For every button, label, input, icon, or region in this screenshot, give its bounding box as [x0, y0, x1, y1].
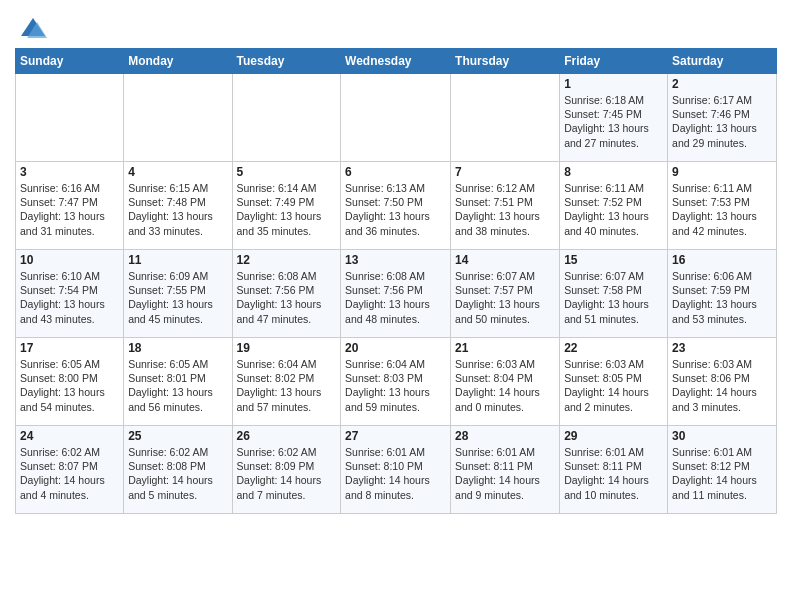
- calendar-cell: 15Sunrise: 6:07 AM Sunset: 7:58 PM Dayli…: [560, 250, 668, 338]
- calendar-cell: 16Sunrise: 6:06 AM Sunset: 7:59 PM Dayli…: [668, 250, 777, 338]
- day-number: 13: [345, 253, 446, 267]
- weekday-header-monday: Monday: [124, 49, 232, 74]
- weekday-header-thursday: Thursday: [451, 49, 560, 74]
- calendar-cell: 20Sunrise: 6:04 AM Sunset: 8:03 PM Dayli…: [341, 338, 451, 426]
- calendar-cell: 17Sunrise: 6:05 AM Sunset: 8:00 PM Dayli…: [16, 338, 124, 426]
- day-number: 6: [345, 165, 446, 179]
- day-number: 28: [455, 429, 555, 443]
- day-number: 5: [237, 165, 337, 179]
- calendar-cell: 29Sunrise: 6:01 AM Sunset: 8:11 PM Dayli…: [560, 426, 668, 514]
- calendar-cell: 19Sunrise: 6:04 AM Sunset: 8:02 PM Dayli…: [232, 338, 341, 426]
- day-info: Sunrise: 6:04 AM Sunset: 8:02 PM Dayligh…: [237, 357, 337, 414]
- day-number: 20: [345, 341, 446, 355]
- day-info: Sunrise: 6:01 AM Sunset: 8:10 PM Dayligh…: [345, 445, 446, 502]
- day-info: Sunrise: 6:01 AM Sunset: 8:12 PM Dayligh…: [672, 445, 772, 502]
- weekday-header-wednesday: Wednesday: [341, 49, 451, 74]
- calendar-cell: 28Sunrise: 6:01 AM Sunset: 8:11 PM Dayli…: [451, 426, 560, 514]
- day-info: Sunrise: 6:07 AM Sunset: 7:57 PM Dayligh…: [455, 269, 555, 326]
- calendar-cell: 18Sunrise: 6:05 AM Sunset: 8:01 PM Dayli…: [124, 338, 232, 426]
- calendar-table: SundayMondayTuesdayWednesdayThursdayFrid…: [15, 48, 777, 514]
- calendar-cell: 9Sunrise: 6:11 AM Sunset: 7:53 PM Daylig…: [668, 162, 777, 250]
- calendar-cell: 21Sunrise: 6:03 AM Sunset: 8:04 PM Dayli…: [451, 338, 560, 426]
- day-info: Sunrise: 6:02 AM Sunset: 8:07 PM Dayligh…: [20, 445, 119, 502]
- weekday-header-saturday: Saturday: [668, 49, 777, 74]
- weekday-header-friday: Friday: [560, 49, 668, 74]
- day-number: 1: [564, 77, 663, 91]
- day-number: 22: [564, 341, 663, 355]
- day-number: 26: [237, 429, 337, 443]
- day-number: 29: [564, 429, 663, 443]
- day-number: 16: [672, 253, 772, 267]
- day-number: 27: [345, 429, 446, 443]
- weekday-header-row: SundayMondayTuesdayWednesdayThursdayFrid…: [16, 49, 777, 74]
- day-number: 25: [128, 429, 227, 443]
- calendar-cell: 5Sunrise: 6:14 AM Sunset: 7:49 PM Daylig…: [232, 162, 341, 250]
- calendar-cell: 11Sunrise: 6:09 AM Sunset: 7:55 PM Dayli…: [124, 250, 232, 338]
- calendar-row-4: 24Sunrise: 6:02 AM Sunset: 8:07 PM Dayli…: [16, 426, 777, 514]
- day-info: Sunrise: 6:08 AM Sunset: 7:56 PM Dayligh…: [237, 269, 337, 326]
- calendar-cell: 4Sunrise: 6:15 AM Sunset: 7:48 PM Daylig…: [124, 162, 232, 250]
- calendar-cell: 14Sunrise: 6:07 AM Sunset: 7:57 PM Dayli…: [451, 250, 560, 338]
- day-info: Sunrise: 6:06 AM Sunset: 7:59 PM Dayligh…: [672, 269, 772, 326]
- day-info: Sunrise: 6:02 AM Sunset: 8:09 PM Dayligh…: [237, 445, 337, 502]
- calendar-body: 1Sunrise: 6:18 AM Sunset: 7:45 PM Daylig…: [16, 74, 777, 514]
- day-number: 9: [672, 165, 772, 179]
- day-info: Sunrise: 6:04 AM Sunset: 8:03 PM Dayligh…: [345, 357, 446, 414]
- day-number: 23: [672, 341, 772, 355]
- calendar-cell: 30Sunrise: 6:01 AM Sunset: 8:12 PM Dayli…: [668, 426, 777, 514]
- day-number: 8: [564, 165, 663, 179]
- calendar-cell: 22Sunrise: 6:03 AM Sunset: 8:05 PM Dayli…: [560, 338, 668, 426]
- day-info: Sunrise: 6:01 AM Sunset: 8:11 PM Dayligh…: [455, 445, 555, 502]
- day-info: Sunrise: 6:10 AM Sunset: 7:54 PM Dayligh…: [20, 269, 119, 326]
- calendar-row-2: 10Sunrise: 6:10 AM Sunset: 7:54 PM Dayli…: [16, 250, 777, 338]
- day-number: 17: [20, 341, 119, 355]
- day-info: Sunrise: 6:11 AM Sunset: 7:52 PM Dayligh…: [564, 181, 663, 238]
- calendar-row-3: 17Sunrise: 6:05 AM Sunset: 8:00 PM Dayli…: [16, 338, 777, 426]
- calendar-cell: 24Sunrise: 6:02 AM Sunset: 8:07 PM Dayli…: [16, 426, 124, 514]
- day-info: Sunrise: 6:03 AM Sunset: 8:05 PM Dayligh…: [564, 357, 663, 414]
- day-info: Sunrise: 6:17 AM Sunset: 7:46 PM Dayligh…: [672, 93, 772, 150]
- calendar-cell: [451, 74, 560, 162]
- logo: [15, 14, 47, 42]
- calendar-cell: 12Sunrise: 6:08 AM Sunset: 7:56 PM Dayli…: [232, 250, 341, 338]
- calendar-cell: [124, 74, 232, 162]
- calendar-cell: 1Sunrise: 6:18 AM Sunset: 7:45 PM Daylig…: [560, 74, 668, 162]
- calendar-cell: 8Sunrise: 6:11 AM Sunset: 7:52 PM Daylig…: [560, 162, 668, 250]
- calendar-cell: 2Sunrise: 6:17 AM Sunset: 7:46 PM Daylig…: [668, 74, 777, 162]
- calendar-row-1: 3Sunrise: 6:16 AM Sunset: 7:47 PM Daylig…: [16, 162, 777, 250]
- day-info: Sunrise: 6:02 AM Sunset: 8:08 PM Dayligh…: [128, 445, 227, 502]
- day-number: 2: [672, 77, 772, 91]
- day-info: Sunrise: 6:13 AM Sunset: 7:50 PM Dayligh…: [345, 181, 446, 238]
- day-number: 3: [20, 165, 119, 179]
- day-info: Sunrise: 6:01 AM Sunset: 8:11 PM Dayligh…: [564, 445, 663, 502]
- calendar-cell: 13Sunrise: 6:08 AM Sunset: 7:56 PM Dayli…: [341, 250, 451, 338]
- day-info: Sunrise: 6:14 AM Sunset: 7:49 PM Dayligh…: [237, 181, 337, 238]
- day-number: 18: [128, 341, 227, 355]
- calendar-cell: 7Sunrise: 6:12 AM Sunset: 7:51 PM Daylig…: [451, 162, 560, 250]
- calendar-cell: [232, 74, 341, 162]
- day-info: Sunrise: 6:18 AM Sunset: 7:45 PM Dayligh…: [564, 93, 663, 150]
- calendar-cell: 6Sunrise: 6:13 AM Sunset: 7:50 PM Daylig…: [341, 162, 451, 250]
- calendar-header: SundayMondayTuesdayWednesdayThursdayFrid…: [16, 49, 777, 74]
- day-info: Sunrise: 6:11 AM Sunset: 7:53 PM Dayligh…: [672, 181, 772, 238]
- logo-icon: [19, 14, 47, 42]
- calendar-cell: 3Sunrise: 6:16 AM Sunset: 7:47 PM Daylig…: [16, 162, 124, 250]
- day-info: Sunrise: 6:12 AM Sunset: 7:51 PM Dayligh…: [455, 181, 555, 238]
- day-info: Sunrise: 6:05 AM Sunset: 8:00 PM Dayligh…: [20, 357, 119, 414]
- day-info: Sunrise: 6:03 AM Sunset: 8:04 PM Dayligh…: [455, 357, 555, 414]
- day-number: 15: [564, 253, 663, 267]
- day-number: 11: [128, 253, 227, 267]
- day-number: 12: [237, 253, 337, 267]
- day-info: Sunrise: 6:07 AM Sunset: 7:58 PM Dayligh…: [564, 269, 663, 326]
- calendar-cell: 26Sunrise: 6:02 AM Sunset: 8:09 PM Dayli…: [232, 426, 341, 514]
- day-info: Sunrise: 6:15 AM Sunset: 7:48 PM Dayligh…: [128, 181, 227, 238]
- day-number: 30: [672, 429, 772, 443]
- day-number: 21: [455, 341, 555, 355]
- day-info: Sunrise: 6:03 AM Sunset: 8:06 PM Dayligh…: [672, 357, 772, 414]
- calendar-row-0: 1Sunrise: 6:18 AM Sunset: 7:45 PM Daylig…: [16, 74, 777, 162]
- calendar-cell: [16, 74, 124, 162]
- day-info: Sunrise: 6:08 AM Sunset: 7:56 PM Dayligh…: [345, 269, 446, 326]
- day-number: 10: [20, 253, 119, 267]
- weekday-header-sunday: Sunday: [16, 49, 124, 74]
- calendar-cell: 27Sunrise: 6:01 AM Sunset: 8:10 PM Dayli…: [341, 426, 451, 514]
